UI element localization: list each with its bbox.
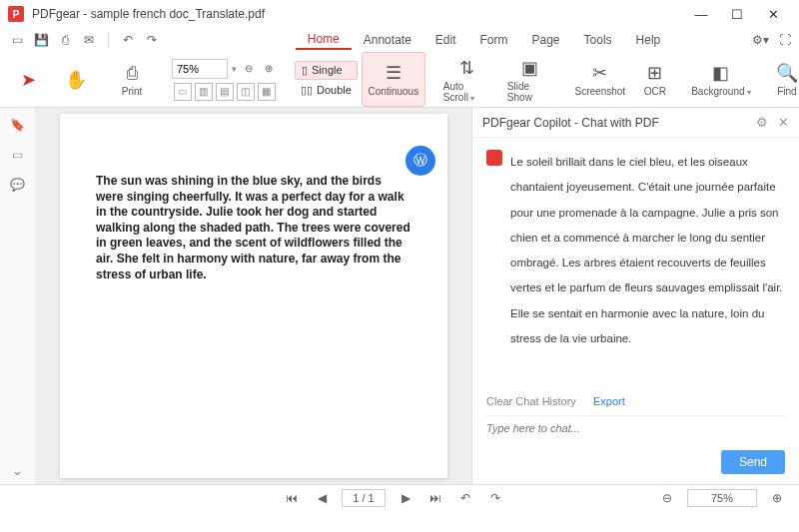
pointer-icon: ➤ xyxy=(21,69,36,91)
pdf-page: Ⓦ The sun was shining in the blue sky, a… xyxy=(60,114,447,478)
print-icon: ⎙ xyxy=(127,63,138,84)
menu-tabs: Home Annotate Edit Form Page Tools Help … xyxy=(169,29,799,51)
find-icon: 🔍 xyxy=(776,62,798,84)
tab-page[interactable]: Page xyxy=(520,31,572,49)
send-button[interactable]: Send xyxy=(721,450,785,474)
export-chat-link[interactable]: Export xyxy=(593,395,625,407)
prev-page-button[interactable]: ◀ xyxy=(312,491,332,505)
slide-show-icon: ▣ xyxy=(521,57,538,79)
copilot-footer-links: Clear Chat History Export xyxy=(472,391,799,411)
tab-edit[interactable]: Edit xyxy=(423,31,468,49)
copilot-header: PDFgear Copilot - Chat with PDF ⚙ ✕ xyxy=(472,108,799,138)
undo-icon[interactable]: ↶ xyxy=(119,31,137,49)
copilot-body: Le soleil brillait dans le ciel bleu, et… xyxy=(472,138,799,391)
word-badge-icon[interactable]: Ⓦ xyxy=(405,146,435,176)
chat-input[interactable] xyxy=(486,415,785,440)
zoom-in-status-button[interactable]: ⊕ xyxy=(767,491,787,505)
zoom-out-status-button[interactable]: ⊖ xyxy=(657,491,677,505)
jump-forward-button[interactable]: ↷ xyxy=(485,491,505,505)
comments-icon[interactable]: 💬 xyxy=(10,178,25,192)
print-quick-icon[interactable]: ⎙ xyxy=(56,31,74,49)
jump-back-button[interactable]: ↶ xyxy=(455,491,475,505)
tab-tools[interactable]: Tools xyxy=(572,31,624,49)
last-page-button[interactable]: ⏭ xyxy=(425,491,445,505)
tab-help[interactable]: Help xyxy=(624,31,673,49)
bookmark-icon[interactable]: 🔖 xyxy=(10,118,25,132)
copilot-avatar-icon xyxy=(486,150,502,166)
window-title: PDFgear - sample french doc_Translate.pd… xyxy=(32,7,265,21)
save-icon[interactable]: 💾 xyxy=(32,31,50,49)
copilot-settings-icon[interactable]: ⚙ xyxy=(756,115,768,130)
maximize-button[interactable]: ☐ xyxy=(719,0,755,28)
slide-show-button[interactable]: ▣ Slide Show xyxy=(501,52,559,107)
background-icon: ◧ xyxy=(712,62,729,84)
fit-width-icon[interactable]: ▥ xyxy=(195,83,213,101)
fit-height-icon[interactable]: ▤ xyxy=(216,83,234,101)
tab-home[interactable]: Home xyxy=(296,30,352,50)
copilot-message-text: Le soleil brillait dans le ciel bleu, et… xyxy=(510,150,785,351)
double-page-button[interactable]: ▯▯ Double xyxy=(295,82,358,99)
redo-icon[interactable]: ↷ xyxy=(143,31,161,49)
settings-icon[interactable]: ⚙▾ xyxy=(752,33,769,47)
actual-size-icon[interactable]: ◫ xyxy=(237,83,255,101)
copilot-title: PDFgear Copilot - Chat with PDF xyxy=(482,116,659,130)
zoom-status-field[interactable]: 75% xyxy=(687,489,757,507)
continuous-button[interactable]: ☰ Continuous xyxy=(362,52,425,107)
title-bar: P PDFgear - sample french doc_Translate.… xyxy=(0,0,799,28)
background-button[interactable]: ◧ Background▾ xyxy=(689,52,753,107)
open-icon[interactable]: ▭ xyxy=(8,31,26,49)
ocr-button[interactable]: ⊞ OCR xyxy=(633,52,677,107)
double-page-icon: ▯▯ xyxy=(301,84,313,97)
hand-tool[interactable]: ✋ xyxy=(54,52,98,107)
thumbnails-icon[interactable]: ▭ xyxy=(12,148,23,162)
document-area[interactable]: Ⓦ The sun was shining in the blue sky, a… xyxy=(36,108,471,484)
app-icon: P xyxy=(8,6,24,22)
pointer-tool[interactable]: ➤ xyxy=(6,52,50,107)
zoom-area-icon[interactable]: ▦ xyxy=(258,83,276,101)
continuous-icon: ☰ xyxy=(386,62,401,84)
copilot-close-icon[interactable]: ✕ xyxy=(778,115,789,130)
ocr-icon: ⊞ xyxy=(647,62,662,84)
fit-page-icon[interactable]: ▭ xyxy=(174,83,192,101)
close-button[interactable]: ✕ xyxy=(755,0,791,28)
next-page-button[interactable]: ▶ xyxy=(396,491,415,505)
single-page-icon: ▯ xyxy=(302,64,308,77)
hand-icon: ✋ xyxy=(65,69,87,91)
zoom-in-button[interactable]: ⊕ xyxy=(261,61,277,77)
zoom-dropdown-icon[interactable]: ▾ xyxy=(232,64,237,74)
email-icon[interactable]: ✉ xyxy=(80,31,98,49)
fullscreen-icon[interactable]: ⛶ xyxy=(779,33,791,47)
screenshot-button[interactable]: ✂ Screenshot xyxy=(571,52,629,107)
copilot-panel: PDFgear Copilot - Chat with PDF ⚙ ✕ Le s… xyxy=(471,108,799,484)
document-text[interactable]: The sun was shining in the blue sky, and… xyxy=(96,174,411,282)
first-page-button[interactable]: ⏮ xyxy=(282,491,302,505)
tab-annotate[interactable]: Annotate xyxy=(352,31,423,49)
zoom-out-button[interactable]: ⊖ xyxy=(241,61,257,77)
scissors-icon: ✂ xyxy=(592,62,607,84)
minimize-button[interactable]: — xyxy=(683,0,719,28)
single-page-button[interactable]: ▯ Single xyxy=(295,61,358,80)
status-bar: ⏮ ◀ 1 / 1 ▶ ⏭ ↶ ↷ ⊖ 75% ⊕ xyxy=(0,484,799,510)
quick-access-toolbar: ▭ 💾 ⎙ ✉ ↶ ↷ xyxy=(0,28,169,52)
ribbon: ➤ ✋ ⎙ Print ▾ ⊖ ⊕ ▭ ▥ ▤ ◫ ▦ ▯ Single ▯▯ … xyxy=(0,52,799,108)
auto-scroll-button[interactable]: ⇅ Auto Scroll▾ xyxy=(437,52,497,107)
left-sidebar: 🔖 ▭ 💬 ⌄ xyxy=(0,108,36,484)
page-view-group: ▯ Single ▯▯ Double xyxy=(295,52,358,107)
find-button[interactable]: 🔍 Find xyxy=(765,52,799,107)
tab-form[interactable]: Form xyxy=(468,31,520,49)
page-number-field[interactable]: 1 / 1 xyxy=(342,489,386,507)
sidebar-chevron-icon[interactable]: ⌄ xyxy=(12,463,23,478)
print-button[interactable]: ⎙ Print xyxy=(110,52,154,107)
clear-chat-link[interactable]: Clear Chat History xyxy=(486,395,576,407)
auto-scroll-icon: ⇅ xyxy=(459,57,474,79)
zoom-input[interactable] xyxy=(172,59,228,79)
copilot-message: Le soleil brillait dans le ciel bleu, et… xyxy=(486,150,785,351)
